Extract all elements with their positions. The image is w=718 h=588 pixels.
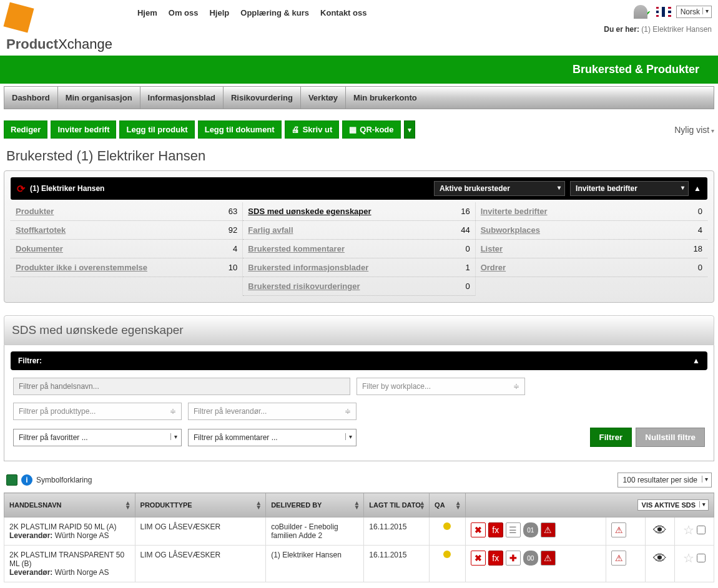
delivered-by: coBuilder - Enebolig familien Adde 2 (266, 517, 364, 546)
eye-icon[interactable]: 👁 (653, 522, 667, 538)
flag-icon (656, 7, 671, 17)
filter-collapse-icon[interactable]: ▲ (692, 356, 700, 365)
row-checkbox[interactable] (697, 554, 706, 562)
stat-link[interactable]: Brukersted kommentarer (248, 244, 345, 253)
col-handelsnavn[interactable]: HANDELSNAVN▲▼ (4, 493, 135, 517)
leggtilprodukt-button[interactable]: Legg til produkt (119, 120, 194, 139)
row-checkbox[interactable] (697, 526, 706, 534)
aktive-brukersteder-select[interactable]: Aktive brukersteder (434, 181, 565, 196)
qa-status-icon (443, 551, 451, 558)
warning-icon[interactable]: ⚠ (541, 551, 556, 566)
col-deliveredby[interactable]: DELIVERED BY▲▼ (266, 493, 364, 517)
page-title: Brukersted (1) Elektriker Hansen (6, 148, 712, 164)
tab-risiko[interactable]: Risikovurdering (224, 87, 301, 109)
eye-icon[interactable]: 👁 (653, 551, 667, 566)
filter-workplace-select[interactable]: Filter by workplace... (357, 378, 525, 395)
col-qa[interactable]: QA▲▼ (430, 493, 466, 517)
collapse-icon[interactable]: ▲ (694, 184, 701, 193)
legend-label[interactable]: Symbolforklaring (36, 476, 92, 484)
rediger-button[interactable]: Rediger (4, 120, 47, 139)
stat-link[interactable]: Ordrer (481, 263, 506, 272)
table-row: 2K PLASTLIM TRANSPARENT 50 ML (B) Levera… (4, 546, 714, 582)
filter-tradename-input[interactable] (13, 378, 350, 395)
fx-icon[interactable]: fx (488, 551, 503, 566)
stat-link[interactable]: Subworkplaces (481, 225, 540, 235)
col-produkttype[interactable]: PRODUKTTYPE▲▼ (135, 493, 266, 517)
table-row: 2K PLASTLIM RAPID 50 ML (A) Leverandør: … (4, 517, 714, 546)
stat-link[interactable]: Brukersted risikovurderinger (248, 282, 360, 291)
favorite-icon[interactable]: ☆ (683, 523, 694, 537)
filter-panel: Filtrer: ▲ Filter by workplace... Filtre… (4, 345, 714, 461)
product-name[interactable]: 2K PLASTLIM TRANSPARENT 50 ML (B) (9, 551, 130, 568)
qr-button[interactable]: QR-kode (342, 120, 400, 139)
language-select[interactable]: Norsk (676, 6, 712, 18)
info-icon[interactable]: i (21, 474, 32, 486)
tab-verktoy[interactable]: Verktøy (301, 87, 346, 109)
filter-supplier-select[interactable]: Filtrer på leverandør... (188, 403, 357, 420)
plus-icon[interactable]: ✚ (506, 551, 521, 566)
stat-link[interactable]: Dokumenter (16, 244, 63, 253)
nav-hjem[interactable]: Hjem (137, 8, 157, 17)
stat-link[interactable]: Lister (481, 244, 503, 253)
pdf-icon[interactable]: ⚠ (611, 551, 626, 566)
reset-filter-button[interactable]: Nullstill filtre (636, 428, 705, 447)
qr-dropdown[interactable]: ▾ (404, 120, 415, 139)
favorite-icon[interactable]: ☆ (683, 551, 694, 565)
col-visactive[interactable]: VIS AKTIVE SDS (465, 493, 714, 517)
qa-status-icon (443, 522, 451, 530)
stat-link[interactable]: Produkter ikke i overenstemmelse (16, 263, 147, 272)
pdf-icon[interactable]: ⚠ (611, 522, 626, 537)
nav-omoss[interactable]: Om oss (169, 8, 199, 17)
stat-link[interactable]: Stoffkartotek (16, 225, 66, 235)
nav-opplaering[interactable]: Opplæring & kurs (240, 8, 309, 17)
x-icon[interactable]: ✖ (471, 551, 486, 566)
results-per-page-select[interactable]: 100 resultater per side (617, 473, 712, 488)
sds-view-select[interactable]: VIS AKTIVE SDS (637, 499, 709, 511)
count-badge[interactable]: 00 (523, 551, 538, 566)
col-lagttildato[interactable]: LAGT TIL DATO▲▼ (364, 493, 430, 517)
warning-icon[interactable]: ⚠ (541, 522, 556, 537)
tab-infoblad[interactable]: Informasjonsblad (140, 87, 224, 109)
stat-link[interactable]: Produkter (16, 207, 54, 216)
stat-link[interactable]: Farlig avfall (248, 225, 293, 235)
page-icon[interactable]: ☰ (506, 522, 521, 537)
page-banner: Brukersted & Produkter (0, 56, 718, 84)
product-type: LIM OG LÅSEVÆSKER (135, 517, 266, 546)
tab-brukerkonto[interactable]: Min brukerkonto (346, 87, 425, 109)
stat-link[interactable]: SDS med uønskede egenskaper (248, 207, 371, 216)
stat-link[interactable]: Brukersted informasjonsblader (248, 263, 368, 272)
filter-button[interactable]: Filtrer (590, 428, 632, 447)
tab-dashbord[interactable]: Dashbord (4, 87, 58, 109)
skrivut-button[interactable]: Skriv ut (285, 120, 340, 139)
filter-heading: Filtrer: (18, 356, 42, 365)
recently-viewed[interactable]: Nylig vist (674, 125, 714, 135)
print-icon (292, 125, 300, 134)
filter-comments-select[interactable]: Filtrer på kommentarer ... (188, 429, 357, 446)
excel-icon[interactable] (6, 474, 17, 486)
fx-icon[interactable]: fx (488, 522, 503, 537)
x-icon[interactable]: ✖ (471, 522, 486, 537)
section-title: SDS med uønskede egenskaper (4, 315, 714, 345)
main-tabs: Dashbord Min organisasjon Informasjonsbl… (4, 86, 714, 109)
delivered-by: (1) Elektriker Hansen (266, 546, 364, 582)
tab-minorg[interactable]: Min organisasjon (58, 87, 140, 109)
product-name[interactable]: 2K PLASTLIM RAPID 50 ML (A) (9, 522, 130, 531)
filter-producttype-select[interactable]: Filtrer på produkttype... (13, 403, 182, 420)
stat-link[interactable]: Inviterte bedrifter (481, 207, 548, 216)
inviterte-bedrifter-select[interactable]: Inviterte bedrifter (570, 181, 689, 196)
filter-favorites-select[interactable]: Filtrer på favoritter ... (13, 429, 182, 446)
inviter-button[interactable]: Inviter bedrift (51, 120, 116, 139)
refresh-icon[interactable]: ⟳ (17, 183, 25, 195)
added-date: 16.11.2015 (364, 546, 430, 582)
nav-hjelp[interactable]: Hjelp (209, 8, 229, 17)
qr-icon (349, 125, 357, 134)
nav-kontakt[interactable]: Kontakt oss (320, 8, 366, 17)
leggtildok-button[interactable]: Legg til dokument (198, 120, 282, 139)
summary-card: ⟳ (1) Elektriker Hansen Aktive brukerste… (4, 170, 714, 303)
added-date: 16.11.2015 (364, 517, 430, 546)
summary-title: (1) Elektriker Hansen (30, 184, 429, 193)
logo[interactable]: ProductXchange (6, 5, 112, 52)
count-badge[interactable]: 01 (523, 522, 538, 537)
product-type: LIM OG LÅSEVÆSKER (135, 546, 266, 582)
user-icon[interactable]: ✔ (634, 5, 651, 19)
